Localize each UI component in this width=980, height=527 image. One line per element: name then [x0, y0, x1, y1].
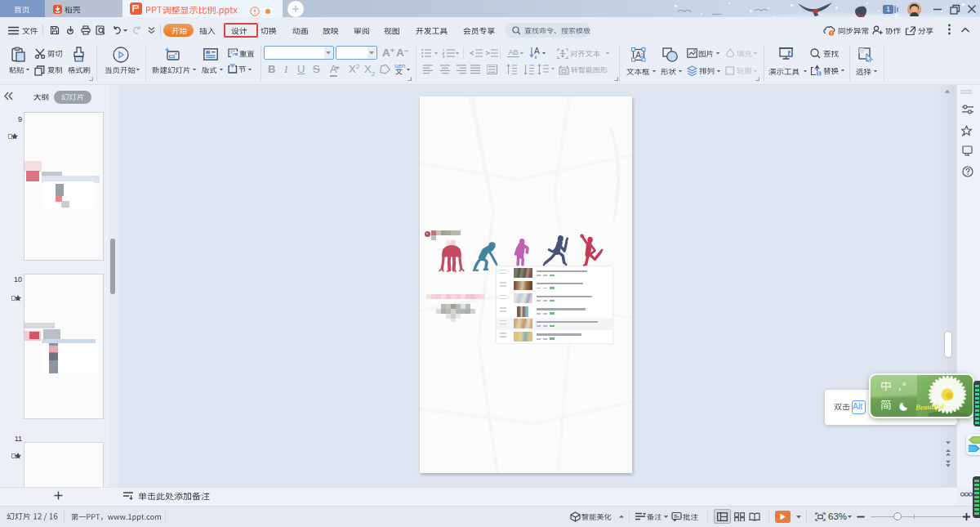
svg-text:A: A: [534, 47, 540, 56]
svg-text:B: B: [817, 72, 820, 76]
svg-text:A: A: [635, 51, 641, 60]
